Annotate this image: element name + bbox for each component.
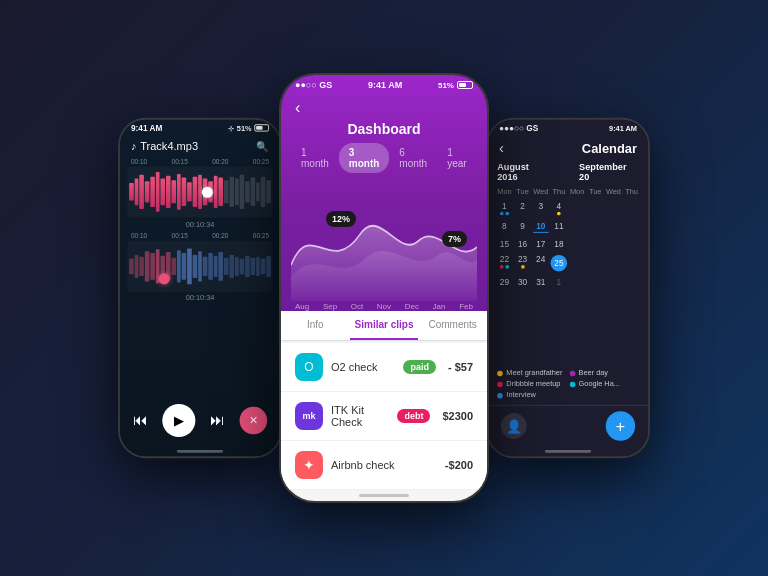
trans-amount-o2: - $57 [448, 361, 473, 373]
cal-day-10[interactable]: 10 [532, 220, 550, 235]
chart-area: 12% 7% [281, 181, 487, 312]
period-1year[interactable]: 1 year [437, 143, 477, 173]
cal-day-4[interactable]: 4 [550, 200, 568, 217]
search-icon[interactable]: 🔍 [256, 140, 269, 152]
prev-button[interactable]: ⏮ [133, 412, 148, 429]
chart-label-12: 12% [326, 211, 356, 227]
right-carrier: ●●●○○ GS [499, 123, 538, 132]
right-time: 9:41 AM [609, 124, 637, 132]
dashboard-back-button[interactable]: ‹ [295, 99, 300, 117]
cal-day-11[interactable]: 11 [550, 220, 568, 235]
center-time: 9:41 AM [368, 80, 402, 90]
info-tabs: Info Similar clips Comments [281, 311, 487, 341]
trans-amount-airbnb: -$200 [445, 459, 473, 471]
cal-day-15[interactable]: 15 [495, 237, 513, 250]
center-phone: ●●○○ GS 9:41 AM 51% ‹ Dashboard 1 month … [279, 73, 489, 503]
transaction-airbnb: ✦ Airbnb check -$200 [281, 441, 487, 490]
calendar-footer: 👤 + [488, 405, 648, 446]
scene: 9:41 AM ⊹ 51% ♪ Track4.mp3 🔍 00 [0, 0, 768, 576]
waveform-bottom[interactable] [127, 241, 272, 292]
cal-day-3[interactable]: 3 [532, 200, 550, 217]
tab-comments[interactable]: Comments [418, 311, 487, 340]
left-battery-icon [254, 124, 269, 131]
legend-google: Google Ha... [569, 380, 638, 388]
waveform-top[interactable] [127, 167, 272, 218]
calendar-header: ‹ Calendar [488, 134, 648, 158]
legend-dribbble-meetup: Dribbble meetup [497, 380, 566, 388]
playback-controls: ⏮ ▶ ⏭ ✕ [120, 397, 280, 447]
time-display-bottom: 00:10:34 [127, 292, 272, 304]
home-indicator-center [359, 494, 409, 497]
period-3month[interactable]: 3 month [339, 143, 390, 173]
playhead-top[interactable] [202, 186, 213, 197]
cal-week-5: 29 30 31 1 [495, 276, 640, 289]
cal-week-2: 8 9 10 11 [495, 220, 640, 235]
left-phone: 9:41 AM ⊹ 51% ♪ Track4.mp3 🔍 00 [118, 118, 282, 458]
dashboard-title: Dashboard [281, 119, 487, 143]
tab-similar-clips[interactable]: Similar clips [350, 311, 419, 340]
play-button[interactable]: ▶ [162, 404, 195, 437]
cal-day-16[interactable]: 16 [513, 237, 531, 250]
transaction-list: O O2 check paid - $57 mk ITK Kit Check d… [281, 343, 487, 490]
calendar-months-header: August 2016 September 20 [488, 158, 648, 186]
trans-icon-itk: mk [295, 402, 323, 430]
music-icon: ♪ [131, 140, 137, 153]
chart-label-7: 7% [442, 231, 467, 247]
track-title: ♪ Track4.mp3 [131, 140, 198, 153]
audio-header: ♪ Track4.mp3 🔍 [120, 134, 280, 156]
right-phone: ●●●○○ GS 9:41 AM ‹ Calendar August 2016 … [486, 118, 650, 458]
cal-day-8[interactable]: 8 [495, 220, 513, 235]
center-battery-icon [457, 81, 473, 89]
period-1month[interactable]: 1 month [291, 143, 339, 173]
home-indicator-right [545, 450, 591, 453]
cal-day-sep1[interactable]: 1 [550, 276, 568, 289]
period-tabs: 1 month 3 month 6 month 1 year [281, 143, 487, 181]
left-time: 9:41 AM [131, 123, 162, 132]
trans-amount-itk: $2300 [442, 410, 473, 422]
home-indicator-left [177, 450, 223, 453]
calendar-person-button[interactable]: 👤 [501, 413, 527, 439]
waveform-section: 00:10 00:15 00:20 00:25 [120, 156, 280, 396]
trans-name-airbnb: Airbnb check [331, 459, 433, 471]
trans-name-o2: O2 check [331, 361, 395, 373]
playhead-bottom[interactable] [158, 273, 169, 284]
calendar-grid: Mon Tue Wed Thu Mon Tue Wed Thu 1 [488, 186, 648, 364]
cal-day-9[interactable]: 9 [513, 220, 531, 235]
cal-day-29[interactable]: 29 [495, 276, 513, 289]
time-ruler-bottom: 00:10 00:15 00:20 00:25 [127, 231, 272, 241]
close-button[interactable]: ✕ [240, 407, 268, 435]
calendar-legend: Meet grandfather Beer day Dribbble meetu… [488, 363, 648, 404]
transaction-itk: mk ITK Kit Check debt $2300 [281, 392, 487, 441]
cal-day-30[interactable]: 30 [513, 276, 531, 289]
cal-day-31[interactable]: 31 [532, 276, 550, 289]
cal-day-2[interactable]: 2 [513, 200, 531, 217]
legend-interview: Interview [497, 391, 566, 399]
time-display-top: 00:10:34 [127, 219, 272, 231]
cal-day-22[interactable]: 22 [495, 253, 513, 273]
cal-week-4: 22 23 24 25 [495, 253, 640, 273]
legend-meet-grandfather: Meet grandfather [497, 369, 566, 377]
center-battery-pct: 51% [438, 81, 454, 90]
calendar-add-button[interactable]: + [606, 411, 635, 440]
cal-week-3: 15 16 17 18 [495, 237, 640, 250]
transaction-o2: O O2 check paid - $57 [281, 343, 487, 392]
cal-day-17[interactable]: 17 [532, 237, 550, 250]
cal-day-1[interactable]: 1 [495, 200, 513, 217]
next-button[interactable]: ⏭ [210, 412, 225, 429]
month-september: September 20 [579, 162, 639, 182]
cal-week-1: 1 2 3 4 [495, 200, 640, 217]
trans-name-itk: ITK Kit Check [331, 404, 389, 428]
cal-day-25[interactable]: 25 [550, 253, 568, 273]
trans-badge-debt: debt [397, 409, 430, 423]
dashboard-bottom: Info Similar clips Comments O O2 check p… [281, 311, 487, 490]
calendar-title: Calendar [504, 141, 637, 156]
cal-day-24[interactable]: 24 [532, 253, 550, 273]
cal-day-18[interactable]: 18 [550, 237, 568, 250]
month-august: August 2016 [497, 162, 551, 182]
left-bluetooth: ⊹ [228, 124, 234, 132]
calendar-days-header: Mon Tue Wed Thu Mon Tue Wed Thu [495, 186, 640, 198]
period-6month[interactable]: 6 month [389, 143, 437, 173]
cal-day-23[interactable]: 23 [513, 253, 531, 273]
center-carrier: ●●○○ GS [295, 80, 332, 90]
tab-info[interactable]: Info [281, 311, 350, 340]
